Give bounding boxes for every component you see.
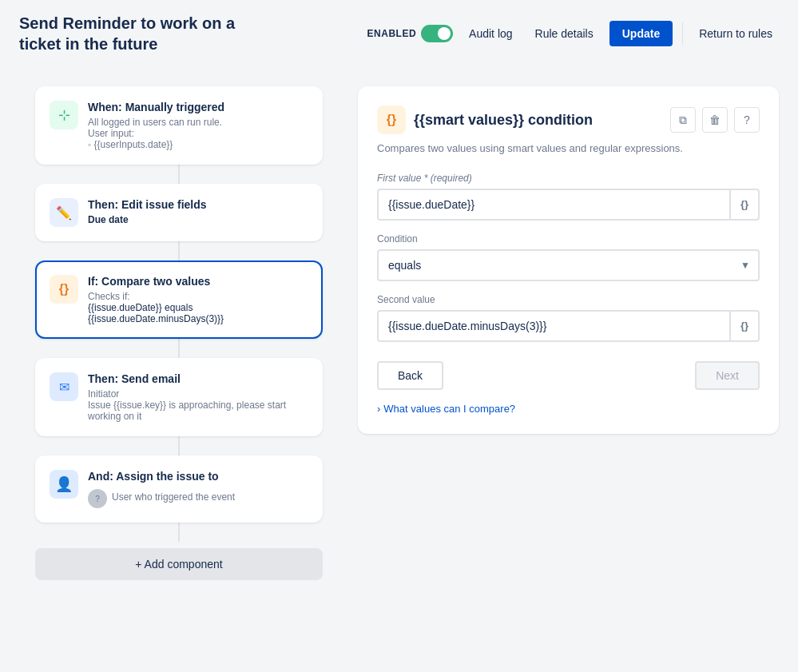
condition-title: {{smart values}} condition [414,112,662,129]
rule-details-button[interactable]: Rule details [529,22,600,45]
condition-description: Compares two values using smart values a… [377,141,760,157]
next-button[interactable]: Next [695,361,760,390]
trigger-node[interactable]: ⊹ When: Manually triggered All logged in… [35,86,323,165]
trigger-title: When: Manually triggered [88,101,308,113]
enabled-label: ENABLED [367,28,417,39]
smart-values-icon-2: {} [740,320,748,332]
assign-icon-container: 👤 [50,470,78,499]
back-button[interactable]: Back [377,361,443,390]
header-actions: ENABLED Audit log Rule details Update Re… [367,21,779,46]
condition-select-wrapper: equals not equals contains does not cont… [377,249,760,281]
assign-title: And: Assign the issue to [88,470,308,483]
smart-values-icon-1: {} [740,198,748,210]
first-value-smart-btn[interactable]: {} [729,190,758,219]
delete-button[interactable]: 🗑 [702,107,728,133]
condition-label: Condition [377,233,760,245]
page-header: Send Reminder to work on a ticket in the… [0,0,798,67]
trigger-icon: ⊹ [50,101,78,129]
compare-checks: Checks if: {{issue.dueDate}} equals{{iss… [88,291,308,324]
trigger-subtitle: All logged in users can run rule. [88,117,308,128]
copy-icon: ⧉ [679,113,687,127]
assign-user-row: ? User who triggered the event [88,486,308,508]
audit-log-button[interactable]: Audit log [463,22,518,45]
avatar: ? [88,489,107,508]
trigger-user-input-value: ◦ {{userInputs.date}} [88,139,308,150]
header-divider [682,22,683,45]
help-link[interactable]: › What values can I compare? [377,403,760,415]
email-subtitle: Initiator [88,388,308,400]
condition-icon-symbol: {} [387,113,396,127]
second-value-input-wrapper: {} [377,310,760,342]
connector-2 [178,241,180,260]
edit-title: Then: Edit issue fields [88,198,308,211]
help-link-text: What values can I compare? [383,403,515,415]
first-value-input-wrapper: {} [377,189,760,221]
person-icon: 👤 [55,475,73,493]
enabled-toggle[interactable] [421,25,453,42]
assign-node[interactable]: 👤 And: Assign the issue to ? User who tr… [35,455,323,523]
trigger-content: When: Manually triggered All logged in u… [88,101,308,150]
help-icon: ? [744,113,750,126]
assign-content: And: Assign the issue to ? User who trig… [88,470,308,508]
assign-user-label: User who triggered the event [112,491,235,503]
first-value-required: * (required) [424,173,472,184]
condition-select[interactable]: equals not equals contains does not cont… [377,249,760,281]
edit-node[interactable]: ✏️ Then: Edit issue fields Due date [35,184,323,241]
second-value-smart-btn[interactable]: {} [729,312,758,340]
edit-detail: Due date [88,214,308,225]
first-value-input[interactable] [379,192,729,217]
compare-content: If: Compare two values Checks if: {{issu… [88,275,308,324]
page-title: Send Reminder to work on a ticket in the… [19,13,259,54]
second-value-label: Second value [377,294,760,305]
main-content: ⊹ When: Manually triggered All logged in… [0,67,798,672]
return-to-rules-button[interactable]: Return to rules [693,22,779,45]
connector-3 [178,339,180,358]
enabled-badge: ENABLED [367,25,454,42]
email-detail: Issue {{issue.key}} is approaching, plea… [88,400,308,422]
email-content: Then: Send email Initiator Issue {{issue… [88,372,308,422]
update-button[interactable]: Update [609,21,673,46]
add-component-label: + Add component [135,558,222,571]
chevron-right-icon: › [377,403,380,415]
pencil-icon: ✏️ [56,205,72,221]
email-node[interactable]: ✉ Then: Send email Initiator Issue {{iss… [35,358,323,436]
braces-icon: {} [59,282,69,296]
add-component-button[interactable]: + Add component [35,548,323,580]
email-icon-container: ✉ [50,372,78,401]
edit-content: Then: Edit issue fields Due date [88,198,308,225]
help-button[interactable]: ? [734,107,760,133]
connector-5 [178,523,180,542]
condition-footer: Back Next [377,361,760,390]
condition-header: {} {{smart values}} condition ⧉ 🗑 ? [377,105,760,134]
compare-title: If: Compare two values [88,275,308,288]
condition-panel: {} {{smart values}} condition ⧉ 🗑 ? Comp… [358,86,779,434]
compare-node[interactable]: {} If: Compare two values Checks if: {{i… [35,260,323,339]
connector-4 [178,436,180,455]
workflow-panel: ⊹ When: Manually triggered All logged in… [19,86,339,655]
edit-icon: ✏️ [50,198,78,227]
delete-icon: 🗑 [709,113,721,126]
copy-button[interactable]: ⧉ [670,107,696,133]
second-value-input[interactable] [379,313,729,339]
trigger-user-input-label: User input: [88,128,308,139]
email-icon: ✉ [59,380,69,395]
cursor-icon: ⊹ [58,106,70,124]
connector-1 [178,165,180,184]
first-value-label: First value * (required) [377,173,760,184]
compare-icon: {} [50,275,78,304]
condition-icon: {} [377,105,406,134]
condition-action-buttons: ⧉ 🗑 ? [670,107,760,133]
email-title: Then: Send email [88,372,308,385]
